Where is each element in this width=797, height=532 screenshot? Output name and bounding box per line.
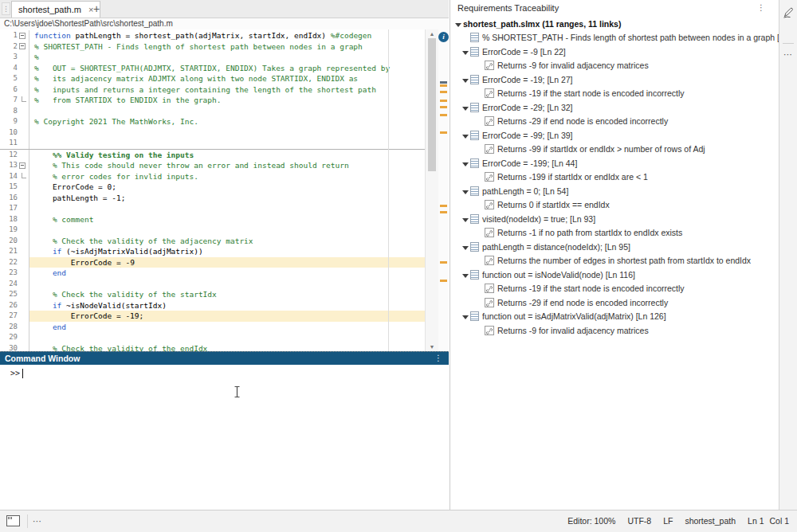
requirement-range-marker[interactable]: [440, 106, 447, 108]
requirement-range-marker[interactable]: [440, 84, 447, 87]
requirement-range-marker[interactable]: [440, 81, 447, 84]
tree-row-link[interactable]: Returns -9 for invalid adjacency matrice…: [450, 323, 779, 338]
scroll-down-icon[interactable]: ▼: [426, 344, 438, 350]
chevron-down-icon[interactable]: [455, 19, 463, 29]
tree-row-link[interactable]: Returns -19 if the start node is encoded…: [450, 87, 779, 101]
tree-row-range[interactable]: function out = isAdjMatrixValid(adjMatri…: [450, 310, 779, 324]
code-line-text[interactable]: [29, 225, 425, 236]
fold-toggle-icon[interactable]: [19, 43, 26, 49]
code-line-text[interactable]: end: [29, 322, 425, 333]
code-line-text[interactable]: % from STARTIDX to ENDIDX in the graph.: [29, 95, 425, 106]
chevron-down-icon[interactable]: [462, 103, 470, 112]
tree-row-range[interactable]: ErrorCode = -29; [Ln 32]: [450, 100, 779, 115]
fold-column: [18, 257, 29, 268]
new-tab-button[interactable]: +: [89, 0, 104, 18]
tree-row-link[interactable]: Returns -99 if startIdx or endIdx > numb…: [450, 143, 779, 157]
drag-handle-icon[interactable]: ⋮: [2, 2, 10, 15]
link-icon: [485, 326, 494, 335]
code-line-text[interactable]: [29, 138, 425, 149]
chevron-down-icon[interactable]: [462, 242, 470, 252]
tree-row-link[interactable]: Returns -29 if end node is encoded incor…: [450, 115, 779, 129]
code-line-text[interactable]: % its adjacency matrix ADJMTX along with…: [29, 73, 425, 84]
requirement-range-marker[interactable]: [440, 280, 447, 282]
pen-icon[interactable]: [782, 6, 795, 22]
fold-column: [18, 63, 29, 74]
chevron-down-icon[interactable]: [462, 214, 470, 224]
scroll-up-icon[interactable]: ▲: [426, 31, 438, 37]
fold-toggle-icon[interactable]: [19, 33, 26, 39]
code-line-text[interactable]: ErrorCode = -9: [29, 257, 425, 268]
chevron-down-icon[interactable]: [462, 270, 470, 280]
code-line-text[interactable]: ErrorCode = -19;: [29, 311, 425, 322]
tree-row-range[interactable]: function out = isNodeValid(node) [Ln 116…: [450, 268, 779, 282]
code-line-text[interactable]: end: [29, 268, 425, 279]
requirement-range-marker[interactable]: [440, 100, 447, 102]
tree-row-label: Returns -199 if startIdx or endIdx are <…: [497, 172, 648, 182]
code-line-text[interactable]: % Check the validity of the endIdx: [29, 343, 425, 352]
code-line-text[interactable]: %: [29, 52, 425, 63]
panel-layout-icon[interactable]: [6, 515, 20, 526]
code-line-text[interactable]: % Check the validity of the adjacency ma…: [29, 236, 425, 247]
code-line-text[interactable]: [29, 332, 425, 343]
chevron-down-icon[interactable]: [462, 311, 470, 321]
chevron-down-icon[interactable]: [462, 131, 470, 140]
code-line-text[interactable]: % error codes for invlid inputs.: [29, 171, 425, 182]
tree-row-range[interactable]: pathLength = 0; [Ln 54]: [450, 184, 779, 198]
editor-scrollbar[interactable]: ▲ ▼: [425, 29, 438, 351]
tree-row-link[interactable]: Returns 0 if startIdx == endIdx: [450, 198, 779, 213]
code-line-text[interactable]: pathLength = -1;: [29, 193, 425, 204]
kebab-menu-icon[interactable]: ⋮: [434, 352, 442, 365]
requirement-range-marker[interactable]: [440, 211, 447, 213]
scrollbar-thumb[interactable]: [428, 38, 436, 171]
chevron-down-icon[interactable]: [462, 47, 470, 57]
code-line-text[interactable]: function pathLength = shortest_path(adjM…: [29, 30, 425, 41]
tree-row-range[interactable]: ErrorCode = -9 [Ln 22]: [450, 45, 779, 59]
tree-row-link[interactable]: Returns -29 if end node is encoded incor…: [450, 295, 779, 310]
info-icon[interactable]: i: [438, 32, 449, 42]
tree-row-link[interactable]: Returns the number of edges in shortest …: [450, 254, 779, 268]
more-options-icon[interactable]: ⋯: [33, 510, 42, 532]
code-line: 12 %% Validy testing on the inputs: [0, 149, 425, 161]
code-line-text[interactable]: % Check the validity of the startIdx: [29, 289, 425, 300]
requirement-range-marker[interactable]: [440, 91, 447, 93]
tree-row-range[interactable]: ErrorCode = -99; [Ln 39]: [450, 128, 779, 143]
tree-row-range[interactable]: ErrorCode = -19; [Ln 27]: [450, 72, 779, 87]
code-line-text[interactable]: if ~isNodeValid(startIdx): [29, 300, 425, 311]
tree-row-link[interactable]: Returns -1 if no path from startIdx to e…: [450, 226, 779, 241]
requirement-range-marker[interactable]: [440, 205, 447, 207]
chevron-down-icon[interactable]: [462, 186, 470, 196]
code-line-text[interactable]: % SHORTEST_PATH - Finds length of shorte…: [29, 41, 425, 53]
chevron-down-icon[interactable]: [462, 158, 470, 168]
code-line-text[interactable]: % Copyright 2021 The MathWorks, Inc.: [29, 116, 425, 127]
tree-row-link[interactable]: Returns -9 for invalid adjacency matrice…: [450, 59, 779, 73]
tree-row-range[interactable]: ErrorCode = -199; [Ln 44]: [450, 156, 779, 170]
tree-row-range[interactable]: pathLength = distance(nodeIdx); [Ln 95]: [450, 240, 779, 254]
tree-row-range[interactable]: % SHORTEST_PATH - Finds length of shorte…: [450, 31, 779, 45]
code-line-text[interactable]: % inputs and returns a integer containin…: [29, 84, 425, 96]
code-line-text[interactable]: if (~isAdjMatrixValid(adjMatrix)): [29, 246, 425, 257]
tree-row-range[interactable]: visited(nodeIdx) = true; [Ln 93]: [450, 212, 779, 226]
code-editor[interactable]: 1function pathLength = shortest_path(adj…: [0, 29, 449, 351]
requirement-range-marker[interactable]: [440, 261, 447, 264]
code-line-text[interactable]: [29, 203, 425, 214]
more-options-icon[interactable]: ⋯: [779, 49, 797, 60]
requirement-range-marker[interactable]: [440, 114, 447, 116]
code-line-text[interactable]: [29, 279, 425, 290]
code-line-text[interactable]: % comment: [29, 214, 425, 225]
code-line-text[interactable]: ErrorCode = 0;: [29, 182, 425, 193]
kebab-menu-icon[interactable]: ⋮: [757, 0, 765, 16]
tree-row-link[interactable]: Returns -19 if the start node is encoded…: [450, 282, 779, 296]
tree-row-link[interactable]: Returns -199 if startIdx or endIdx are <…: [450, 170, 779, 185]
tab-shortest-path[interactable]: shortest_path.m ×: [11, 1, 100, 18]
tree-row-file[interactable]: shortest_path.slmx (11 ranges, 11 links): [450, 17, 779, 31]
code-line-text[interactable]: % OUT = SHORTEST_PATH(ADJMTX, STARTIDX, …: [29, 63, 425, 74]
code-line-text[interactable]: [29, 127, 425, 139]
requirement-range-marker[interactable]: [440, 131, 447, 134]
command-window[interactable]: >>: [0, 366, 449, 510]
code-line-text[interactable]: [29, 106, 425, 117]
fold-toggle-icon[interactable]: [19, 162, 26, 169]
link-icon: [485, 116, 494, 126]
code-line-text[interactable]: %% Validy testing on the inputs: [29, 150, 425, 161]
code-line-text[interactable]: % This code should never throw an error …: [29, 160, 425, 171]
chevron-down-icon[interactable]: [462, 75, 470, 84]
